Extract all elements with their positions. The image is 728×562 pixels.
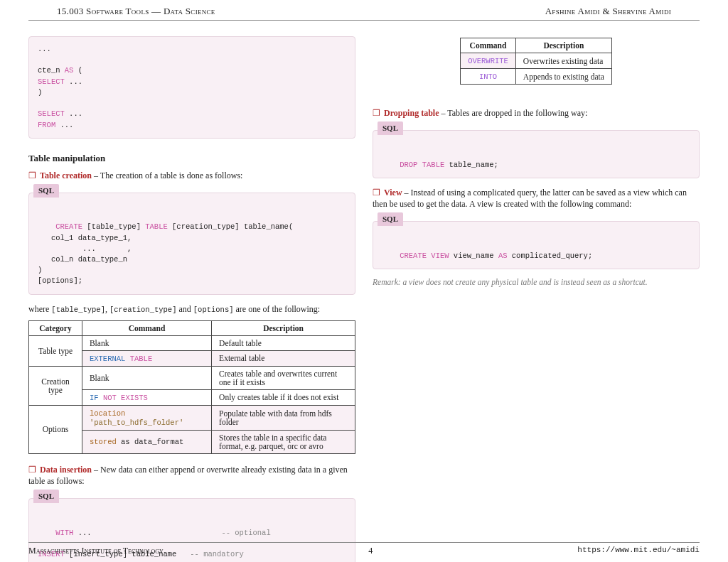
where-line-1: where [table_type], [creation_type] and …	[28, 303, 355, 315]
table-creation-line: ❒ Table creation – The creation of a tab…	[28, 170, 355, 181]
view-head: View	[384, 188, 402, 198]
bullet-icon: ❒	[28, 171, 36, 180]
page-footer: Massachusetts Institute of Technology 4 …	[28, 542, 700, 556]
header-right: Afshine Amidi & Shervine Amidi	[545, 6, 671, 17]
data-insertion-head: Data insertion	[40, 465, 92, 475]
footer-url: https://www.mit.edu/~amidi	[577, 546, 700, 556]
table-options: CategoryCommandDescriptionTable typeBlan…	[28, 320, 355, 454]
left-column: ... cte_n AS ( SELECT ... ) SELECT ... F…	[28, 33, 355, 562]
dropping-table-line: ❒ Dropping table – Tables are dropped in…	[373, 107, 700, 119]
sql-tag: SQL	[378, 121, 403, 135]
page-header: 15.003 Software Tools — Data Science Afs…	[28, 0, 700, 21]
footer-page-number: 4	[368, 546, 373, 556]
footer-institution: Massachusetts Institute of Technology	[28, 546, 164, 556]
bullet-icon: ❒	[373, 108, 380, 118]
bullet-icon: ❒	[373, 188, 380, 198]
code-drop: SQL DROP TABLE table_name;	[373, 130, 700, 178]
code-view: SQL CREATE VIEW view_name AS complicated…	[373, 221, 700, 269]
view-remark: Remark: a view does not create any physi…	[373, 278, 700, 286]
right-column: CommandDescriptionOVERWRITEOverwrites ex…	[373, 33, 700, 562]
table-insert-type: CommandDescriptionOVERWRITEOverwrites ex…	[460, 38, 612, 85]
dropping-table-text: – Tables are dropped in the following wa…	[439, 108, 587, 118]
code-cte-snippet: ... cte_n AS ( SELECT ... ) SELECT ... F…	[28, 36, 355, 139]
sql-tag: SQL	[33, 184, 59, 198]
sql-tag: SQL	[378, 212, 403, 226]
bullet-icon: ❒	[28, 465, 36, 475]
section-table-manipulation: Table manipulation	[28, 153, 355, 164]
view-text: – Instead of using a complicated query, …	[373, 188, 687, 209]
table-creation-text: – The creation of a table is done as fol…	[92, 171, 242, 180]
view-line: ❒ View – Instead of using a complicated …	[373, 187, 700, 210]
sql-tag: SQL	[33, 490, 59, 503]
code-create-table: SQL CREATE [table_type] TABLE [creation_…	[28, 193, 355, 295]
table-creation-head: Table creation	[40, 171, 92, 180]
header-left: 15.003 Software Tools — Data Science	[57, 6, 215, 17]
dropping-table-head: Dropping table	[384, 108, 439, 118]
data-insertion-line: ❒ Data insertion – New data can either a…	[28, 464, 355, 487]
